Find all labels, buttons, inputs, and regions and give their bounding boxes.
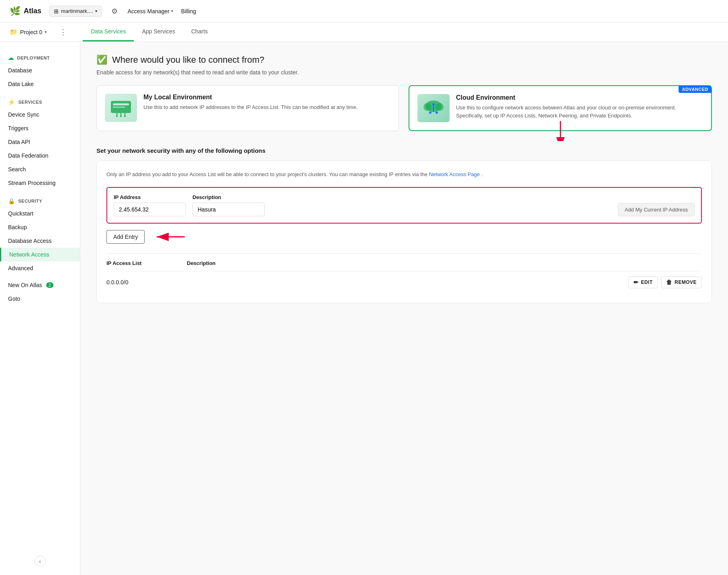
network-section-title: Set your network security with any of th… xyxy=(96,147,712,154)
page-header: ✅ Where would you like to connect from? xyxy=(96,55,712,65)
org-dropdown-arrow: ▾ xyxy=(95,9,97,13)
sidebar-item-network-access[interactable]: Network Access xyxy=(0,248,80,261)
info-text: Only an IP address you add to your Acces… xyxy=(106,170,702,179)
main-content: ✅ Where would you like to connect from? … xyxy=(80,42,728,575)
ip-address-input[interactable] xyxy=(114,203,186,216)
access-manager-link[interactable]: Access Manager ▾ xyxy=(127,8,173,14)
description-label: Description xyxy=(192,194,265,200)
ip-address-label: IP Address xyxy=(114,194,186,200)
network-options-box: Only an IP address you add to your Acces… xyxy=(96,160,712,303)
sidebar-item-new-on-atlas[interactable]: New On Atlas 2 xyxy=(0,278,80,292)
svg-rect-2 xyxy=(113,107,125,108)
table-header: IP Access List Description xyxy=(106,260,702,266)
sidebar-item-database[interactable]: Database xyxy=(0,64,80,77)
org-selector[interactable]: ⊞ martinmark.... ▾ xyxy=(49,6,102,17)
local-env-card[interactable]: My Local Environment Use this to add net… xyxy=(96,85,399,131)
project-tabs: Data Services App Services Charts xyxy=(83,23,216,41)
table-row-actions: ✏ EDIT 🗑 REMOVE xyxy=(628,276,702,288)
logo-leaf-icon: 🌿 xyxy=(10,6,20,16)
access-manager-dropdown-icon: ▾ xyxy=(171,9,173,13)
tab-data-services[interactable]: Data Services xyxy=(83,23,134,41)
cloud-env-content: Cloud Environment Use this to configure … xyxy=(456,94,703,122)
svg-rect-1 xyxy=(113,103,129,105)
local-env-content: My Local Environment Use this to add net… xyxy=(143,94,358,123)
org-name: martinmark.... xyxy=(61,8,93,14)
svg-point-8 xyxy=(124,115,126,117)
check-circle-icon: ✅ xyxy=(96,55,107,65)
ip-form-section: IP Address Description Add My Current IP… xyxy=(106,187,702,224)
cloud-env-illustration xyxy=(421,98,446,118)
project-folder-icon: 📁 xyxy=(10,28,18,36)
tab-app-services[interactable]: App Services xyxy=(134,23,183,41)
access-manager-label: Access Manager xyxy=(127,8,169,14)
ip-list-column-header: IP Access List xyxy=(106,260,187,266)
sidebar-collapse-area: ‹ xyxy=(0,556,80,567)
svg-point-13 xyxy=(436,103,444,111)
billing-link[interactable]: Billing xyxy=(181,8,196,14)
remove-button[interactable]: 🗑 REMOVE xyxy=(661,276,702,288)
edit-button[interactable]: ✏ EDIT xyxy=(628,276,658,288)
project-more-options[interactable]: ⋮ xyxy=(56,26,70,38)
project-name: Project 0 xyxy=(20,29,42,35)
sidebar-item-advanced[interactable]: Advanced xyxy=(0,261,80,275)
sidebar-item-quickstart[interactable]: Quickstart xyxy=(0,207,80,220)
svg-point-12 xyxy=(423,103,431,111)
new-on-atlas-badge: 2 xyxy=(46,282,53,288)
cloud-env-image xyxy=(417,94,450,122)
sidebar-item-data-federation[interactable]: Data Federation xyxy=(0,149,80,162)
sidebar-section-security: 🔒 SECURITY xyxy=(0,193,80,207)
svg-point-14 xyxy=(432,103,435,106)
deployment-icon: ☁ xyxy=(8,55,14,61)
svg-point-6 xyxy=(116,115,118,117)
gear-button[interactable]: ⚙ xyxy=(110,5,119,17)
table-row: 0.0.0.0/0 ✏ EDIT 🗑 REMOVE xyxy=(106,271,702,293)
cloud-env-card[interactable]: ADVANCED xyxy=(409,85,712,131)
local-env-title: My Local Environment xyxy=(143,94,358,101)
edit-pencil-icon: ✏ xyxy=(634,279,639,285)
page-title: Where would you like to connect from? xyxy=(112,55,264,65)
svg-point-16 xyxy=(429,111,431,114)
security-lock-icon: 🔒 xyxy=(8,198,15,204)
section-divider xyxy=(106,253,702,254)
atlas-logo: 🌿 Atlas xyxy=(10,6,41,16)
sidebar-item-data-lake[interactable]: Data Lake xyxy=(0,77,80,91)
sidebar-item-triggers[interactable]: Triggers xyxy=(0,121,80,135)
services-icon: ⚡ xyxy=(8,99,15,105)
tab-charts[interactable]: Charts xyxy=(183,23,216,41)
red-arrow-add-entry xyxy=(153,231,185,243)
sidebar-item-search[interactable]: Search xyxy=(0,162,80,176)
ip-address-field: IP Address xyxy=(114,194,186,216)
cloud-env-desc: Use this to configure network access bet… xyxy=(456,104,703,119)
add-entry-row: Add Entry xyxy=(106,230,702,244)
red-arrow-card xyxy=(552,121,568,141)
sidebar-item-data-api[interactable]: Data API xyxy=(0,135,80,149)
org-grid-icon: ⊞ xyxy=(54,8,59,14)
local-env-desc: Use this to add network IP addresses to … xyxy=(143,103,358,111)
local-env-image xyxy=(105,94,137,122)
local-env-illustration xyxy=(109,98,133,118)
sidebar-item-device-sync[interactable]: Device Sync xyxy=(0,108,80,121)
description-field: Description xyxy=(192,194,265,216)
add-entry-button[interactable]: Add Entry xyxy=(106,230,145,244)
add-current-ip-button[interactable]: Add My Current IP Address xyxy=(618,203,695,216)
trash-icon: 🗑 xyxy=(666,279,672,285)
cloud-env-title: Cloud Environment xyxy=(456,94,703,101)
top-navigation: 🌿 Atlas ⊞ martinmark.... ▾ ⚙ Access Mana… xyxy=(0,0,728,23)
sidebar-collapse-button[interactable]: ‹ xyxy=(35,556,46,567)
svg-point-17 xyxy=(436,111,438,114)
sidebar-item-goto[interactable]: Goto xyxy=(0,292,80,306)
project-bar: 📁 Project 0 ▾ ⋮ Data Services App Servic… xyxy=(0,23,728,42)
project-dropdown-arrow: ▾ xyxy=(45,30,47,34)
project-selector[interactable]: 📁 Project 0 ▾ xyxy=(10,28,47,36)
sidebar-item-stream-processing[interactable]: Stream Processing xyxy=(0,176,80,190)
sidebar-item-backup[interactable]: Backup xyxy=(0,220,80,234)
main-layout: ☁ DEPLOYMENT Database Data Lake ⚡ SERVIC… xyxy=(0,42,728,575)
sidebar-section-deployment: ☁ DEPLOYMENT xyxy=(0,50,80,64)
network-access-page-link[interactable]: Network Access Page xyxy=(429,171,481,177)
sidebar: ☁ DEPLOYMENT Database Data Lake ⚡ SERVIC… xyxy=(0,42,80,575)
env-cards-container: My Local Environment Use this to add net… xyxy=(96,85,712,131)
ip-cell: 0.0.0.0/0 xyxy=(106,279,187,285)
advanced-badge: ADVANCED xyxy=(679,86,712,93)
sidebar-item-database-access[interactable]: Database Access xyxy=(0,234,80,248)
description-input[interactable] xyxy=(192,203,265,216)
